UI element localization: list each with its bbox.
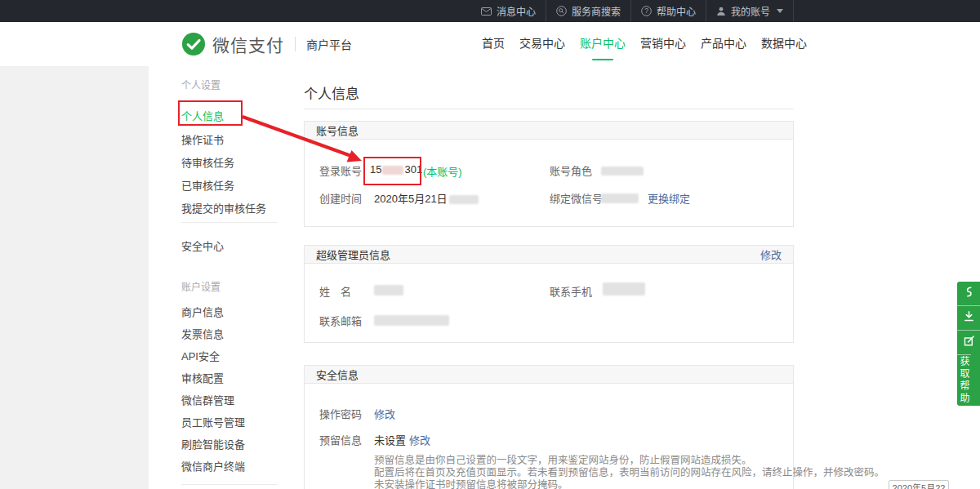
sidebar-item-review-config[interactable]: 审核配置: [181, 370, 224, 385]
redacted-block: [374, 315, 449, 326]
nav-home[interactable]: 首页: [482, 22, 505, 66]
service-button[interactable]: [957, 282, 980, 305]
sidebar-item-invoice-info[interactable]: 发票信息: [181, 326, 224, 341]
topbar-item-label: 服务商搜索: [572, 4, 621, 18]
topbar: 消息中心 服务商搜索 ? 帮助中心 我的账号: [0, 0, 980, 22]
search-icon: [556, 6, 567, 16]
name-label: 姓 名: [319, 283, 351, 299]
edit-password-link[interactable]: 修改: [374, 406, 395, 421]
sidebar-item-face-smart-device[interactable]: 刷脸智能设备: [181, 436, 245, 451]
panel-title: 超级管理员信息: [316, 247, 390, 262]
portal-name: 商户平台: [306, 36, 352, 52]
nav-marketing-center[interactable]: 营销中心: [640, 22, 686, 66]
svg-text:?: ?: [644, 7, 648, 15]
note-line: 配置后将在首页及充值页面显示。若未看到预留信息，表明当前访问的网站存在风险，请终…: [374, 467, 884, 479]
sidebar-item-pending-review-tasks[interactable]: 待审核任务: [181, 154, 234, 170]
get-help-button[interactable]: 获取帮助: [957, 354, 971, 406]
topbar-item-message-center[interactable]: 消息中心: [471, 0, 546, 22]
wechat-pay-merchant-portal: 消息中心 服务商搜索 ? 帮助中心 我的账号 微信支付: [0, 0, 980, 489]
panel-title: 账号信息: [316, 122, 359, 138]
nav-account-center[interactable]: 账户中心: [580, 22, 626, 66]
sidebar-item-wechat-group-management[interactable]: 微信群管理: [181, 392, 234, 407]
topbar-item-label: 消息中心: [497, 4, 536, 18]
sidebar-item-reviewed-tasks[interactable]: 已审核任务: [181, 177, 234, 193]
account-role-label: 账号角色: [550, 162, 592, 178]
redacted-block: [382, 166, 403, 175]
note-line: 预留信息是由你自己设置的一段文字，用来鉴定网站身份，防止假冒网站造成损失。: [374, 455, 884, 467]
panel-title: 安全信息: [316, 367, 359, 382]
reserved-info-label: 预留信息: [319, 432, 362, 447]
sidebar-item-security-center[interactable]: 安全中心: [181, 238, 224, 253]
nav-data-center[interactable]: 数据中心: [761, 22, 807, 66]
login-account-value: 15301: [370, 163, 422, 176]
brand[interactable]: 微信支付 商户平台: [181, 22, 352, 66]
login-account-label: 登录账号: [319, 162, 362, 178]
sidebar-item-operation-certificate[interactable]: 操作证书: [181, 131, 224, 147]
account-info-panel: 账号信息 登录账号 15301 (本账号) 账号角色 创建时间 2020年5月2…: [304, 121, 794, 227]
edit-reserved-info-link[interactable]: 修改: [409, 432, 430, 447]
contact-phone-value: [603, 282, 645, 296]
redacted-block: [601, 167, 644, 176]
main-content: 个人信息 账号信息 登录账号 15301 (本账号) 账号角色 创建时间 202…: [282, 66, 980, 489]
floating-help-widget: 获取帮助: [957, 282, 980, 406]
created-time-value: 2020年5月21日: [374, 190, 479, 206]
sidebar-item-api-security[interactable]: API安全: [181, 348, 220, 363]
account-role-value: [601, 164, 644, 176]
current-account-tag: (本账号): [423, 163, 462, 179]
sidebar-item-personal-info[interactable]: 个人信息: [181, 108, 224, 123]
topbar-item-my-account[interactable]: 我的账号: [706, 0, 794, 22]
contact-email-label: 联系邮箱: [319, 313, 362, 328]
operation-password-label: 操作密码: [319, 406, 362, 421]
security-info-panel: 安全信息 操作密码 修改 预留信息 未设置 修改 预留信息是由你自己设置的一段文…: [304, 365, 794, 489]
account-info-panel-header: 账号信息: [305, 122, 793, 140]
download-icon: [963, 310, 975, 326]
sidebar: 个人设置 个人信息 操作证书 待审核任务 已审核任务 我提交的审核任务 安全中心…: [149, 66, 282, 489]
bound-wechat-label: 绑定微信号: [550, 190, 603, 206]
wechat-pay-logo-icon: [181, 32, 206, 56]
sidebar-section-account-settings: 账户设置: [181, 279, 220, 293]
redacted-block: [374, 285, 403, 296]
date-badge: 2020年5月22日: [889, 480, 949, 489]
brand-separator: [295, 37, 296, 51]
name-value: [374, 283, 403, 296]
nav-product-center[interactable]: 产品中心: [701, 22, 746, 66]
feedback-button[interactable]: [957, 330, 980, 354]
sidebar-item-staff-account-management[interactable]: 员工账号管理: [181, 414, 245, 429]
sidebar-divider: [181, 222, 278, 223]
left-gutter: [0, 66, 149, 489]
user-icon: [716, 7, 726, 16]
contact-phone-label: 联系手机: [550, 283, 592, 299]
mail-icon: [481, 7, 492, 16]
change-binding-link[interactable]: 更换绑定: [648, 190, 690, 206]
header: 微信支付 商户平台 首页 交易中心 账户中心 营销中心 产品中心 数据中心: [0, 22, 980, 67]
sidebar-item-wechat-merchant-terminal[interactable]: 微信商户终端: [181, 458, 245, 473]
note-line: 未安装操作证书时预留信息将被部分掩码。: [374, 479, 884, 489]
download-button[interactable]: [957, 305, 980, 330]
sidebar-item-merchant-info[interactable]: 商户信息: [181, 304, 224, 319]
super-admin-panel: 超级管理员信息 修改 姓 名 联系手机 联系邮箱: [304, 245, 794, 343]
topbar-item-label: 我的账号: [731, 4, 770, 18]
brand-name: 微信支付: [212, 32, 284, 56]
topbar-item-label: 帮助中心: [657, 4, 696, 18]
reserved-info-value: 未设置: [374, 432, 406, 447]
topbar-item-service-provider-search[interactable]: 服务商搜索: [546, 0, 631, 22]
nav-transaction-center[interactable]: 交易中心: [519, 22, 565, 66]
sidebar-item-my-submitted-tasks[interactable]: 我提交的审核任务: [181, 200, 266, 216]
contact-email-value: [374, 313, 449, 326]
page-title: 个人信息: [304, 82, 359, 103]
chevron-down-icon: [777, 9, 783, 13]
main-nav: 首页 交易中心 账户中心 营销中心 产品中心 数据中心: [482, 22, 807, 66]
redacted-block: [601, 193, 639, 203]
edit-admin-link[interactable]: 修改: [760, 247, 782, 262]
bound-wechat-value: [601, 191, 639, 203]
title-divider: [304, 109, 794, 109]
reserved-info-notes: 预留信息是由你自己设置的一段文字，用来鉴定网站身份，防止假冒网站造成损失。 配置…: [374, 455, 884, 489]
super-admin-panel-header: 超级管理员信息 修改: [305, 246, 793, 264]
created-time-label: 创建时间: [319, 190, 362, 206]
security-info-panel-header: 安全信息: [305, 366, 793, 384]
feedback-icon: [963, 335, 975, 350]
redacted-block: [603, 282, 645, 296]
sidebar-divider: [181, 484, 278, 485]
service-icon: [963, 286, 975, 301]
topbar-item-help-center[interactable]: ? 帮助中心: [631, 0, 706, 22]
